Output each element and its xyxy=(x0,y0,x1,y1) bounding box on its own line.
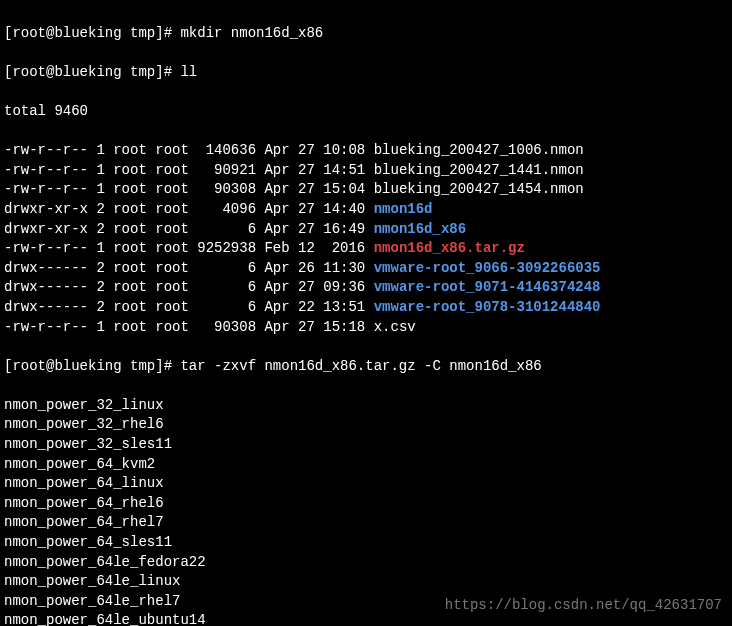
file-name: nmon16d_x86.tar.gz xyxy=(374,240,525,256)
file-name: vmware-root_9071-4146374248 xyxy=(374,279,601,295)
prompt: [root@blueking tmp]# xyxy=(4,358,180,374)
file-entry: -rw-r--r-- 1 root root 9252938 Feb 12 20… xyxy=(4,239,728,259)
prompt: [root@blueking tmp]# xyxy=(4,64,180,80)
command: tar -zxvf nmon16d_x86.tar.gz -C nmon16d_… xyxy=(180,358,541,374)
file-name: blueking_200427_1441.nmon xyxy=(374,162,584,178)
tar-entry: nmon_power_64_kvm2 xyxy=(4,455,728,475)
file-permissions: drwxr-xr-x 2 root root 4096 Apr 27 14:40 xyxy=(4,201,374,217)
watermark: https://blog.csdn.net/qq_42631707 xyxy=(445,596,722,616)
tar-entry: nmon_power_64le_linux xyxy=(4,572,728,592)
tar-entry: nmon_power_64_sles11 xyxy=(4,533,728,553)
file-name: blueking_200427_1006.nmon xyxy=(374,142,584,158)
file-entry: -rw-r--r-- 1 root root 140636 Apr 27 10:… xyxy=(4,141,728,161)
tar-entry: nmon_power_64_rhel7 xyxy=(4,513,728,533)
tar-entry: nmon_power_32_sles11 xyxy=(4,435,728,455)
file-name: blueking_200427_1454.nmon xyxy=(374,181,584,197)
tar-output: nmon_power_32_linuxnmon_power_32_rhel6nm… xyxy=(4,396,728,626)
file-permissions: drwx------ 2 root root 6 Apr 27 09:36 xyxy=(4,279,374,295)
terminal-output[interactable]: [root@blueking tmp]# mkdir nmon16d_x86 [… xyxy=(4,4,728,626)
file-permissions: -rw-r--r-- 1 root root 90921 Apr 27 14:5… xyxy=(4,162,374,178)
tar-entry: nmon_power_32_linux xyxy=(4,396,728,416)
file-permissions: drwx------ 2 root root 6 Apr 26 11:30 xyxy=(4,260,374,276)
file-entry: drwx------ 2 root root 6 Apr 22 13:51 vm… xyxy=(4,298,728,318)
file-permissions: drwxr-xr-x 2 root root 6 Apr 27 16:49 xyxy=(4,221,374,237)
file-name: nmon16d_x86 xyxy=(374,221,466,237)
file-name: vmware-root_9078-3101244840 xyxy=(374,299,601,315)
file-name: nmon16d xyxy=(374,201,433,217)
command: ll xyxy=(180,64,197,80)
tar-entry: nmon_power_64_rhel6 xyxy=(4,494,728,514)
prompt: [root@blueking tmp]# xyxy=(4,25,180,41)
file-permissions: -rw-r--r-- 1 root root 140636 Apr 27 10:… xyxy=(4,142,374,158)
command: mkdir nmon16d_x86 xyxy=(180,25,323,41)
tar-entry: nmon_power_32_rhel6 xyxy=(4,415,728,435)
file-permissions: -rw-r--r-- 1 root root 90308 Apr 27 15:1… xyxy=(4,319,374,335)
tar-entry: nmon_power_64le_fedora22 xyxy=(4,553,728,573)
file-entry: -rw-r--r-- 1 root root 90308 Apr 27 15:0… xyxy=(4,180,728,200)
file-permissions: -rw-r--r-- 1 root root 90308 Apr 27 15:0… xyxy=(4,181,374,197)
file-entry: drwxr-xr-x 2 root root 4096 Apr 27 14:40… xyxy=(4,200,728,220)
file-name: vmware-root_9066-3092266035 xyxy=(374,260,601,276)
file-entry: -rw-r--r-- 1 root root 90921 Apr 27 14:5… xyxy=(4,161,728,181)
file-permissions: -rw-r--r-- 1 root root 9252938 Feb 12 20… xyxy=(4,240,374,256)
command-line-3: [root@blueking tmp]# tar -zxvf nmon16d_x… xyxy=(4,357,728,377)
total-line: total 9460 xyxy=(4,102,728,122)
file-entry: drwx------ 2 root root 6 Apr 26 11:30 vm… xyxy=(4,259,728,279)
command-line-1: [root@blueking tmp]# mkdir nmon16d_x86 xyxy=(4,24,728,44)
tar-entry: nmon_power_64_linux xyxy=(4,474,728,494)
file-permissions: drwx------ 2 root root 6 Apr 22 13:51 xyxy=(4,299,374,315)
file-name: x.csv xyxy=(374,319,416,335)
file-entry: drwx------ 2 root root 6 Apr 27 09:36 vm… xyxy=(4,278,728,298)
file-listing: -rw-r--r-- 1 root root 140636 Apr 27 10:… xyxy=(4,141,728,337)
command-line-2: [root@blueking tmp]# ll xyxy=(4,63,728,83)
file-entry: drwxr-xr-x 2 root root 6 Apr 27 16:49 nm… xyxy=(4,220,728,240)
file-entry: -rw-r--r-- 1 root root 90308 Apr 27 15:1… xyxy=(4,318,728,338)
